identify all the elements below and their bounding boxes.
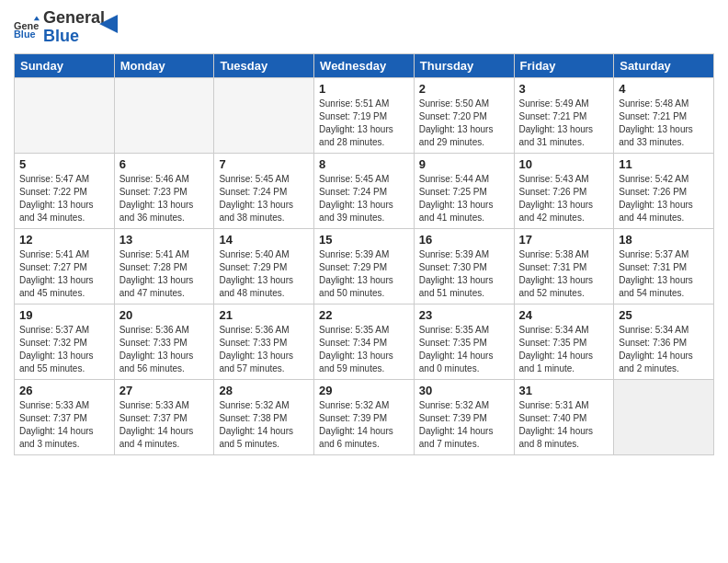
day-info: Sunrise: 5:41 AM Sunset: 7:27 PM Dayligh… [19, 248, 109, 300]
calendar-cell: 14Sunrise: 5:40 AM Sunset: 7:29 PM Dayli… [214, 228, 314, 304]
calendar-cell [15, 77, 115, 153]
day-number: 5 [19, 157, 109, 171]
day-info: Sunrise: 5:50 AM Sunset: 7:20 PM Dayligh… [419, 98, 509, 149]
week-row-1: 1Sunrise: 5:51 AM Sunset: 7:19 PM Daylig… [15, 77, 714, 153]
day-info: Sunrise: 5:40 AM Sunset: 7:29 PM Dayligh… [219, 248, 309, 300]
day-number: 15 [319, 233, 409, 247]
day-info: Sunrise: 5:43 AM Sunset: 7:26 PM Dayligh… [519, 173, 609, 224]
day-number: 20 [119, 308, 210, 322]
day-number: 6 [119, 157, 210, 171]
day-number: 22 [319, 308, 409, 322]
day-info: Sunrise: 5:34 AM Sunset: 7:35 PM Dayligh… [519, 324, 609, 375]
calendar-cell: 10Sunrise: 5:43 AM Sunset: 7:26 PM Dayli… [514, 153, 614, 228]
day-number: 16 [419, 233, 509, 247]
calendar-cell: 1Sunrise: 5:51 AM Sunset: 7:19 PM Daylig… [314, 77, 415, 153]
day-info: Sunrise: 5:42 AM Sunset: 7:26 PM Dayligh… [619, 173, 709, 224]
logo-icon: General Blue [14, 15, 40, 40]
logo: General Blue General Blue [14, 9, 118, 46]
day-number: 10 [519, 157, 609, 171]
weekday-header-row: SundayMondayTuesdayWednesdayThursdayFrid… [15, 53, 714, 77]
calendar-table: SundayMondayTuesdayWednesdayThursdayFrid… [14, 53, 714, 455]
day-number: 25 [619, 308, 709, 322]
day-number: 28 [219, 384, 309, 397]
header: General Blue General Blue [14, 9, 714, 46]
calendar-cell: 12Sunrise: 5:41 AM Sunset: 7:27 PM Dayli… [15, 228, 115, 304]
calendar-cell: 23Sunrise: 5:35 AM Sunset: 7:35 PM Dayli… [414, 304, 514, 379]
calendar-cell [114, 77, 214, 153]
day-number: 9 [419, 157, 509, 171]
svg-marker-3 [99, 15, 118, 33]
calendar-cell: 9Sunrise: 5:44 AM Sunset: 7:25 PM Daylig… [414, 153, 514, 228]
calendar-cell: 16Sunrise: 5:39 AM Sunset: 7:30 PM Dayli… [414, 228, 514, 304]
weekday-header-sunday: Sunday [15, 53, 115, 77]
day-number: 8 [319, 157, 409, 171]
day-number: 2 [419, 82, 509, 96]
day-info: Sunrise: 5:37 AM Sunset: 7:32 PM Dayligh… [19, 324, 109, 375]
calendar-cell: 18Sunrise: 5:37 AM Sunset: 7:31 PM Dayli… [614, 228, 714, 304]
week-row-4: 19Sunrise: 5:37 AM Sunset: 7:32 PM Dayli… [15, 304, 714, 379]
week-row-2: 5Sunrise: 5:47 AM Sunset: 7:22 PM Daylig… [15, 153, 714, 228]
week-row-3: 12Sunrise: 5:41 AM Sunset: 7:27 PM Dayli… [15, 228, 714, 304]
calendar-cell: 2Sunrise: 5:50 AM Sunset: 7:20 PM Daylig… [414, 77, 514, 153]
week-row-5: 26Sunrise: 5:33 AM Sunset: 7:37 PM Dayli… [15, 379, 714, 454]
calendar-cell: 26Sunrise: 5:33 AM Sunset: 7:37 PM Dayli… [15, 379, 115, 454]
calendar-cell: 27Sunrise: 5:33 AM Sunset: 7:37 PM Dayli… [114, 379, 214, 454]
day-info: Sunrise: 5:35 AM Sunset: 7:34 PM Dayligh… [319, 324, 409, 375]
day-number: 17 [519, 233, 609, 247]
day-number: 23 [419, 308, 509, 322]
calendar-cell: 21Sunrise: 5:36 AM Sunset: 7:33 PM Dayli… [214, 304, 314, 379]
weekday-header-saturday: Saturday [614, 53, 714, 77]
weekday-header-thursday: Thursday [414, 53, 514, 77]
day-number: 14 [219, 233, 309, 247]
calendar-cell: 17Sunrise: 5:38 AM Sunset: 7:31 PM Dayli… [514, 228, 614, 304]
calendar-cell: 30Sunrise: 5:32 AM Sunset: 7:39 PM Dayli… [414, 379, 514, 454]
calendar-cell: 8Sunrise: 5:45 AM Sunset: 7:24 PM Daylig… [314, 153, 415, 228]
day-info: Sunrise: 5:47 AM Sunset: 7:22 PM Dayligh… [19, 173, 109, 224]
day-info: Sunrise: 5:36 AM Sunset: 7:33 PM Dayligh… [219, 324, 309, 375]
calendar-cell: 19Sunrise: 5:37 AM Sunset: 7:32 PM Dayli… [15, 304, 115, 379]
calendar-cell: 29Sunrise: 5:32 AM Sunset: 7:39 PM Dayli… [314, 379, 415, 454]
calendar-cell: 13Sunrise: 5:41 AM Sunset: 7:28 PM Dayli… [114, 228, 214, 304]
calendar-cell: 4Sunrise: 5:48 AM Sunset: 7:21 PM Daylig… [614, 77, 714, 153]
day-info: Sunrise: 5:51 AM Sunset: 7:19 PM Dayligh… [319, 98, 409, 149]
calendar-cell: 3Sunrise: 5:49 AM Sunset: 7:21 PM Daylig… [514, 77, 614, 153]
day-info: Sunrise: 5:39 AM Sunset: 7:29 PM Dayligh… [319, 248, 409, 300]
day-number: 27 [119, 384, 210, 397]
day-info: Sunrise: 5:44 AM Sunset: 7:25 PM Dayligh… [419, 173, 509, 224]
day-info: Sunrise: 5:34 AM Sunset: 7:36 PM Dayligh… [619, 324, 709, 375]
day-number: 19 [19, 308, 109, 322]
calendar-cell: 15Sunrise: 5:39 AM Sunset: 7:29 PM Dayli… [314, 228, 415, 304]
day-info: Sunrise: 5:37 AM Sunset: 7:31 PM Dayligh… [619, 248, 709, 300]
weekday-header-friday: Friday [514, 53, 614, 77]
calendar-cell: 22Sunrise: 5:35 AM Sunset: 7:34 PM Dayli… [314, 304, 415, 379]
day-info: Sunrise: 5:35 AM Sunset: 7:35 PM Dayligh… [419, 324, 509, 375]
calendar-cell: 20Sunrise: 5:36 AM Sunset: 7:33 PM Dayli… [114, 304, 214, 379]
calendar-cell: 28Sunrise: 5:32 AM Sunset: 7:38 PM Dayli… [214, 379, 314, 454]
day-info: Sunrise: 5:49 AM Sunset: 7:21 PM Dayligh… [519, 98, 609, 149]
day-info: Sunrise: 5:33 AM Sunset: 7:37 PM Dayligh… [19, 399, 109, 451]
day-number: 31 [519, 384, 609, 397]
day-info: Sunrise: 5:45 AM Sunset: 7:24 PM Dayligh… [219, 173, 309, 224]
calendar-cell: 24Sunrise: 5:34 AM Sunset: 7:35 PM Dayli… [514, 304, 614, 379]
calendar-cell: 6Sunrise: 5:46 AM Sunset: 7:23 PM Daylig… [114, 153, 214, 228]
weekday-header-wednesday: Wednesday [314, 53, 415, 77]
day-number: 18 [619, 233, 709, 247]
day-info: Sunrise: 5:32 AM Sunset: 7:39 PM Dayligh… [319, 399, 409, 451]
day-number: 11 [619, 157, 709, 171]
calendar-cell [614, 379, 714, 454]
day-info: Sunrise: 5:45 AM Sunset: 7:24 PM Dayligh… [319, 173, 409, 224]
calendar-cell: 11Sunrise: 5:42 AM Sunset: 7:26 PM Dayli… [614, 153, 714, 228]
calendar-cell [214, 77, 314, 153]
day-number: 26 [19, 384, 109, 397]
svg-text:Blue: Blue [14, 29, 36, 40]
day-number: 24 [519, 308, 609, 322]
logo-text-general: General [43, 9, 105, 28]
day-number: 30 [419, 384, 509, 397]
day-info: Sunrise: 5:38 AM Sunset: 7:31 PM Dayligh… [519, 248, 609, 300]
logo-text-blue: Blue [43, 28, 105, 46]
day-number: 29 [319, 384, 409, 397]
day-info: Sunrise: 5:32 AM Sunset: 7:39 PM Dayligh… [419, 399, 509, 451]
day-number: 4 [619, 82, 709, 96]
day-info: Sunrise: 5:31 AM Sunset: 7:40 PM Dayligh… [519, 399, 609, 451]
day-number: 12 [19, 233, 109, 247]
